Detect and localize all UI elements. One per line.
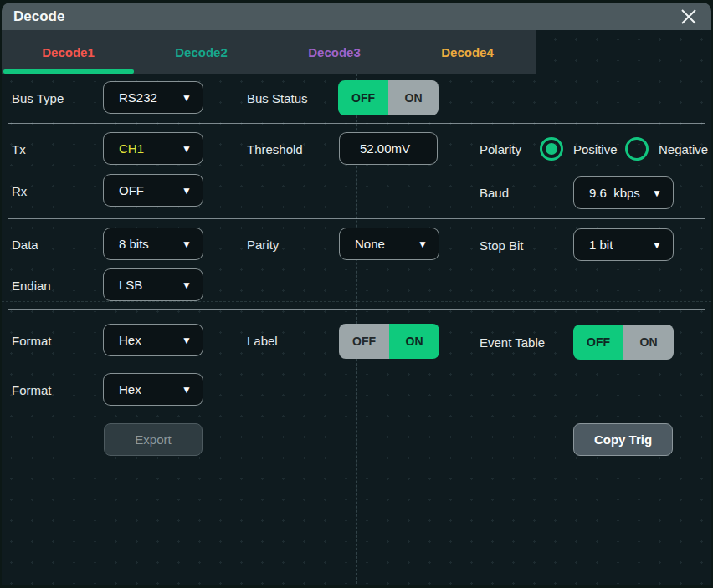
data-dropdown[interactable]: 8 bits ▼ [103, 228, 203, 260]
radio-dot [546, 143, 557, 155]
chevron-down-icon: ▼ [182, 335, 192, 345]
rx-dropdown[interactable]: OFF ▼ [103, 174, 203, 207]
polarity-positive-label: Positive [573, 142, 618, 157]
label-on-option[interactable]: ON [389, 324, 439, 359]
bus-type-value: RS232 [119, 90, 157, 105]
format-dropdown[interactable]: Hex ▼ [103, 324, 203, 356]
stop-bit-label: Stop Bit [480, 238, 524, 253]
dialog-body: Decode1 Decode2 Decode3 Decode4 Bus Type… [2, 30, 711, 585]
polarity-negative-radio[interactable] [625, 137, 649, 161]
chevron-down-icon: ▼ [182, 238, 192, 248]
data-label: Data [12, 238, 38, 253]
chevron-down-icon: ▼ [182, 384, 192, 394]
chevron-down-icon: ▼ [418, 238, 428, 248]
tx-value: CH1 [119, 141, 144, 156]
stop-bit-value: 1 bit [589, 238, 613, 252]
chevron-down-icon: ▼ [182, 279, 192, 289]
bus-status-toggle: OFF ON [338, 80, 439, 115]
bus-status-label: Bus Status [247, 91, 308, 106]
separator [8, 309, 705, 310]
rx-label: Rx [12, 184, 27, 199]
tab-decode3[interactable]: Decode3 [268, 30, 401, 74]
decode-dialog: Decode Decode1 Decode2 Decode3 Decode4 B… [0, 0, 713, 588]
parity-dropdown[interactable]: None ▼ [339, 228, 439, 260]
rx-value: OFF [119, 183, 144, 197]
event-table-toggle: OFF ON [573, 325, 674, 360]
chevron-down-icon: ▼ [182, 185, 192, 195]
format2-value: Hex [119, 382, 141, 396]
close-icon [679, 7, 699, 27]
endian-dropdown[interactable]: LSB ▼ [103, 268, 203, 301]
tx-label: Tx [12, 142, 26, 157]
close-button[interactable] [675, 3, 703, 30]
parity-value: None [355, 237, 385, 251]
parity-label: Parity [247, 238, 279, 253]
tab-decode1-label: Decode1 [42, 45, 95, 59]
threshold-label: Threshold [247, 142, 303, 157]
polarity-label: Polarity [480, 142, 521, 157]
event-table-on-option[interactable]: ON [623, 325, 674, 360]
tab-decode1[interactable]: Decode1 [2, 30, 135, 74]
tab-decode3-label: Decode3 [308, 45, 361, 59]
separator [8, 218, 705, 219]
baud-value: 9.6 kbps [589, 186, 640, 200]
bus-type-dropdown[interactable]: RS232 ▼ [103, 81, 203, 114]
endian-value: LSB [119, 278, 142, 292]
tab-decode2[interactable]: Decode2 [135, 30, 268, 74]
label-off-option[interactable]: OFF [339, 324, 389, 359]
copy-trig-button[interactable]: Copy Trig [573, 423, 673, 456]
format2-dropdown[interactable]: Hex ▼ [103, 373, 203, 406]
data-value: 8 bits [119, 237, 149, 251]
tab-decode2-label: Decode2 [175, 45, 228, 59]
chevron-down-icon: ▼ [652, 239, 662, 249]
chevron-down-icon: ▼ [182, 143, 192, 153]
separator [8, 123, 705, 124]
chevron-down-icon: ▼ [182, 92, 192, 102]
endian-label: Endian [12, 279, 51, 294]
graticule-hline [2, 301, 711, 302]
tab-decode4-label: Decode4 [441, 45, 494, 59]
radio-dot [631, 143, 643, 155]
format-value: Hex [119, 333, 141, 347]
stop-bit-dropdown[interactable]: 1 bit ▼ [573, 228, 674, 261]
baud-dropdown[interactable]: 9.6 kbps ▼ [573, 176, 674, 209]
format-label: Format [12, 334, 52, 349]
baud-label: Baud [480, 186, 509, 201]
event-table-label: Event Table [480, 335, 545, 350]
label-toggle-label: Label [247, 334, 278, 349]
event-table-off-option[interactable]: OFF [573, 325, 623, 360]
bus-status-off-option[interactable]: OFF [338, 80, 388, 115]
bus-status-on-option[interactable]: ON [388, 80, 439, 115]
threshold-input[interactable]: 52.00mV [339, 132, 438, 165]
tab-decode4[interactable]: Decode4 [401, 30, 534, 74]
polarity-positive-radio[interactable] [540, 137, 563, 161]
tx-dropdown[interactable]: CH1 ▼ [103, 132, 203, 165]
active-tab-indicator [3, 69, 134, 74]
label-toggle: OFF ON [339, 324, 439, 359]
dialog-title: Decode [13, 8, 64, 25]
format2-label: Format [12, 383, 52, 398]
bus-type-label: Bus Type [12, 91, 64, 106]
export-button[interactable]: Export [104, 423, 203, 456]
threshold-value: 52.00mV [360, 141, 410, 156]
tab-bar: Decode1 Decode2 Decode3 Decode4 [2, 30, 536, 74]
polarity-negative-label: Negative [659, 142, 708, 157]
chevron-down-icon: ▼ [652, 187, 662, 197]
title-bar: Decode [2, 3, 711, 30]
